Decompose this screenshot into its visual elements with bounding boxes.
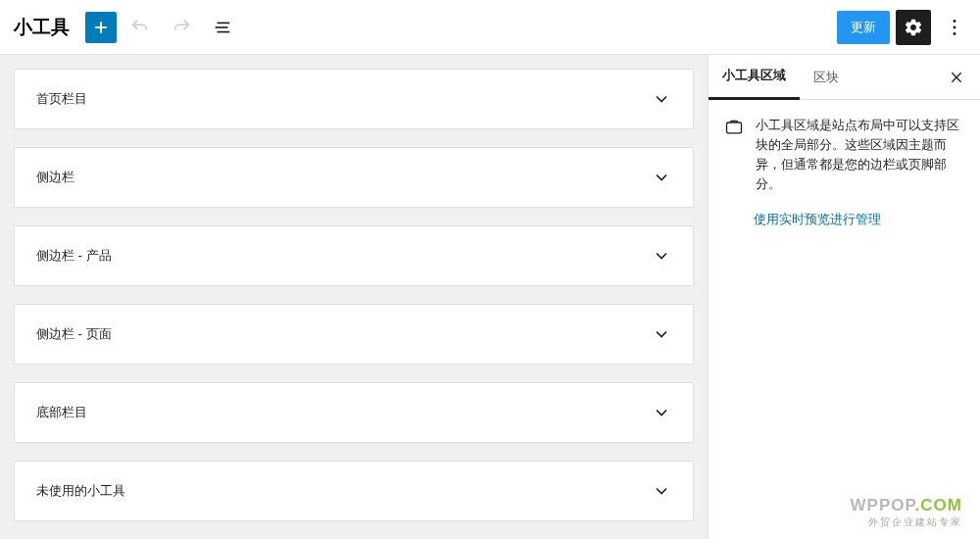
widget-area-label: 未使用的小工具	[36, 482, 125, 500]
editor-body: 首页栏目 侧边栏 侧边栏 - 产品 侧边栏 - 页面 底部栏目 未使用的小工具 …	[0, 55, 980, 539]
sidebar-description-row: 小工具区域是站点布局中可以支持区块的全局部分。这些区域因主题而异，但通常都是您的…	[724, 116, 964, 194]
folder-icon	[724, 118, 744, 194]
plus-icon	[91, 18, 111, 37]
list-view-icon	[212, 17, 233, 38]
update-button[interactable]: 更新	[837, 11, 890, 44]
undo-button[interactable]	[122, 10, 158, 45]
more-options-button[interactable]	[937, 10, 972, 45]
redo-button[interactable]	[164, 10, 199, 45]
settings-button[interactable]	[896, 10, 931, 45]
widget-area-label: 底部栏目	[36, 404, 87, 421]
page-title: 小工具	[8, 15, 70, 40]
tab-blocks[interactable]: 区块	[800, 55, 853, 100]
widget-area-panel[interactable]: 未使用的小工具	[14, 461, 694, 521]
settings-sidebar: 小工具区域 区块 小工具区域是站点布局中可以支持区块的全局部分。这些区域因主题而…	[708, 55, 980, 539]
chevron-down-icon	[652, 168, 671, 187]
widget-area-label: 侧边栏	[36, 169, 74, 186]
close-icon	[949, 70, 964, 85]
customizer-link[interactable]: 使用实时预览进行管理	[724, 210, 964, 229]
widget-area-panel[interactable]: 首页栏目	[14, 69, 694, 129]
header-right-tools: 更新	[837, 10, 972, 45]
header-left-tools: 小工具	[8, 10, 240, 45]
widget-area-label: 首页栏目	[36, 90, 87, 108]
svg-point-7	[954, 31, 956, 34]
list-view-button[interactable]	[205, 10, 240, 45]
widget-area-panel[interactable]: 底部栏目	[14, 382, 694, 443]
widget-area-label: 侧边栏 - 页面	[36, 325, 112, 343]
svg-point-6	[954, 25, 956, 28]
chevron-down-icon	[652, 481, 671, 501]
tab-widget-areas[interactable]: 小工具区域	[709, 55, 800, 100]
sidebar-description: 小工具区域是站点布局中可以支持区块的全局部分。这些区域因主题而异，但通常都是您的…	[756, 116, 964, 194]
chevron-down-icon	[652, 89, 671, 109]
widget-area-panel[interactable]: 侧边栏	[14, 147, 694, 208]
sidebar-tabs: 小工具区域 区块	[709, 55, 980, 100]
sidebar-content: 小工具区域是站点布局中可以支持区块的全局部分。这些区域因主题而异，但通常都是您的…	[709, 100, 980, 245]
editor-header: 小工具 更新	[0, 0, 980, 55]
widget-area-panel[interactable]: 侧边栏 - 产品	[14, 225, 694, 286]
widget-areas-list: 首页栏目 侧边栏 侧边栏 - 产品 侧边栏 - 页面 底部栏目 未使用的小工具	[0, 55, 708, 539]
widget-area-label: 侧边栏 - 产品	[36, 247, 112, 265]
chevron-down-icon	[652, 403, 671, 422]
gear-icon	[904, 18, 923, 37]
chevron-down-icon	[652, 246, 671, 266]
redo-icon	[171, 17, 192, 38]
close-sidebar-button[interactable]	[939, 60, 974, 95]
undo-icon	[129, 17, 151, 38]
svg-rect-10	[727, 122, 742, 133]
chevron-down-icon	[652, 324, 671, 344]
add-block-button[interactable]	[85, 12, 117, 43]
widget-area-panel[interactable]: 侧边栏 - 页面	[14, 304, 694, 365]
more-vertical-icon	[944, 17, 965, 38]
svg-point-5	[954, 20, 956, 23]
